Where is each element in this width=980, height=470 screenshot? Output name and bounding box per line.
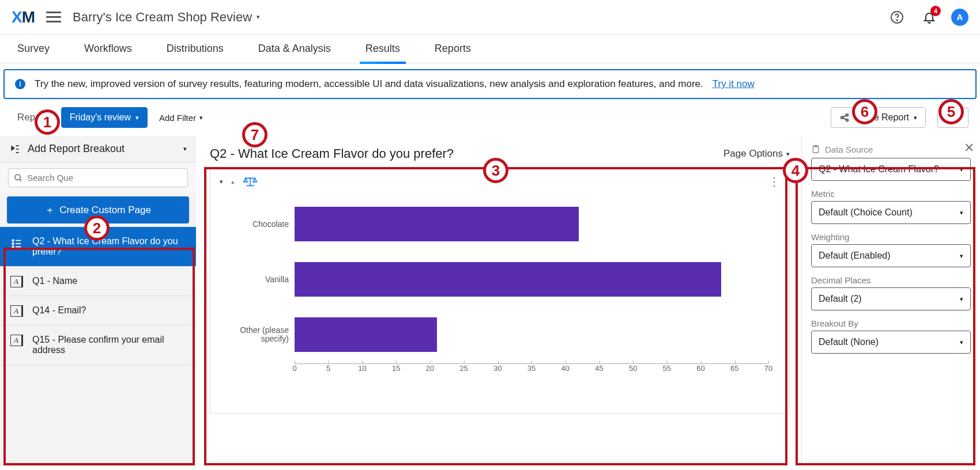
- add-report-breakout[interactable]: Add Report Breakout ▾: [0, 136, 196, 162]
- scale-icon[interactable]: [243, 175, 258, 188]
- text-question-icon: A: [10, 305, 23, 317]
- multiple-choice-icon: [10, 237, 23, 250]
- weighting-select[interactable]: Default (Enabled) ▾: [811, 244, 971, 267]
- close-icon[interactable]: ✕: [964, 141, 974, 156]
- question-list: Q2 - What Ice Cream Flavor do you prefer…: [0, 227, 196, 467]
- main-content: Q2 - What Ice Cream Flavor do you prefer…: [196, 136, 801, 467]
- metric-select[interactable]: Default (Choice Count) ▾: [811, 201, 971, 224]
- x-tick: 35: [527, 364, 536, 373]
- x-tick: 45: [595, 364, 603, 373]
- x-tick: 10: [358, 364, 366, 373]
- report-selector[interactable]: Friday's review ▾: [61, 107, 148, 128]
- x-tick: 25: [459, 364, 468, 373]
- bar: [295, 262, 721, 297]
- breakout-value: Default (None): [819, 337, 879, 347]
- chevron-down-icon: ▾: [135, 114, 139, 122]
- tab-distributions[interactable]: Distributions: [167, 35, 224, 63]
- settings-button[interactable]: ▾: [937, 107, 968, 128]
- tab-data-analysis[interactable]: Data & Analysis: [258, 35, 331, 63]
- svg-point-7: [12, 240, 14, 241]
- chevron-down-icon[interactable]: ▾: [220, 178, 223, 185]
- text-question-icon: A: [10, 335, 23, 346]
- top-bar: XM Barry's Ice Cream Shop Review ▾ 4 A: [0, 0, 980, 35]
- text-question-icon: A: [10, 276, 23, 287]
- weighting-label: Weighting: [811, 232, 971, 242]
- x-tick: 0: [292, 364, 296, 373]
- x-tick: 60: [696, 364, 704, 373]
- data-source-value: Q2 - What Ice Cream Flavor?: [819, 164, 939, 175]
- tab-survey[interactable]: Survey: [17, 35, 50, 63]
- tab-workflows[interactable]: Workflows: [84, 35, 132, 63]
- info-icon: i: [15, 79, 25, 89]
- search-input[interactable]: [8, 168, 188, 187]
- x-tick: 70: [764, 364, 772, 373]
- data-source-label: Data Source: [825, 145, 873, 154]
- sidebar-item-q15[interactable]: A Q15 - Please confirm your email addres…: [0, 325, 196, 365]
- tab-bar: Survey Workflows Distributions Data & An…: [0, 35, 980, 63]
- sidebar-item-label: Q1 - Name: [32, 276, 77, 286]
- sidebar-item-q2[interactable]: Q2 - What Ice Cream Flavor do you prefer…: [0, 227, 196, 267]
- kebab-menu-icon[interactable]: ⋮: [768, 175, 780, 188]
- share-report-button[interactable]: Share Report ▾: [831, 107, 926, 128]
- logo[interactable]: XM: [12, 8, 35, 26]
- avatar[interactable]: A: [951, 9, 968, 26]
- chevron-down-icon: ▾: [959, 114, 962, 122]
- sidebar-item-label: Q14 - Email?: [32, 305, 86, 315]
- data-source-select[interactable]: Q2 - What Ice Cream Flavor? ▾: [811, 158, 971, 181]
- chevron-down-icon: ▾: [960, 295, 963, 303]
- breakout-by-select[interactable]: Default (None) ▾: [811, 331, 971, 354]
- bar-chart: ChocolateVanillaOther (please specify) 0…: [220, 196, 780, 404]
- info-banner-text: Try the new, improved version of survey …: [35, 78, 703, 90]
- breakout-icon: [9, 143, 21, 155]
- decimal-label: Decimal Places: [811, 275, 971, 285]
- project-title-dropdown[interactable]: Barry's Ice Cream Shop Review ▾: [73, 10, 260, 25]
- sidebar-item-label: Q2 - What Ice Cream Flavor do you prefer…: [32, 236, 178, 256]
- x-tick: 65: [730, 364, 738, 373]
- search-icon: [14, 173, 23, 183]
- x-tick: 30: [493, 364, 502, 373]
- breakout-label: Add Report Breakout: [28, 143, 125, 155]
- bar-label: Vanilla: [220, 275, 289, 284]
- page-options-dropdown[interactable]: Page Options ▾: [723, 148, 790, 160]
- bar-label: Other (please specify): [220, 326, 289, 344]
- chevron-down-icon: ▾: [960, 166, 963, 173]
- metric-label: Metric: [811, 189, 971, 199]
- chevron-up-icon[interactable]: ▴: [231, 178, 235, 185]
- inspector-panel: ✕ Data Source Q2 - What Ice Cream Flavor…: [801, 136, 980, 467]
- svg-point-1: [896, 20, 898, 21]
- notifications-icon[interactable]: 4: [919, 7, 940, 28]
- decimal-value: Default (2): [819, 294, 862, 304]
- x-tick: 50: [629, 364, 637, 373]
- clipboard-icon: [811, 144, 820, 154]
- bar: [295, 317, 437, 352]
- sidebar-item-label: Q15 - Please confirm your email address: [32, 335, 164, 355]
- share-icon: [839, 112, 850, 123]
- report-toolbar: Report: Friday's review ▾ Add Filter ▾ S…: [0, 99, 980, 136]
- help-icon[interactable]: [887, 7, 907, 28]
- svg-point-8: [12, 243, 14, 245]
- chart-card[interactable]: ▾ ▴ ⋮ ChocolateVanillaOther (please spec…: [210, 168, 790, 414]
- info-banner: i Try the new, improved version of surve…: [3, 69, 977, 99]
- x-tick: 15: [392, 364, 400, 373]
- x-tick: 55: [663, 364, 671, 373]
- breakout-by-label: Breakout By: [811, 319, 971, 328]
- sidebar-item-q1[interactable]: A Q1 - Name: [0, 267, 196, 296]
- x-tick: 40: [561, 364, 569, 373]
- create-custom-page-button[interactable]: ＋ Create Custom Page: [7, 196, 189, 223]
- chevron-down-icon: ▾: [183, 145, 187, 153]
- decimal-select[interactable]: Default (2) ▾: [811, 287, 971, 310]
- add-filter-label: Add Filter: [159, 113, 196, 123]
- report-name: Friday's review: [70, 112, 131, 123]
- chevron-down-icon: ▾: [960, 339, 963, 346]
- bar: [295, 207, 579, 241]
- tab-results[interactable]: Results: [365, 35, 400, 63]
- project-title-label: Barry's Ice Cream Shop Review: [73, 10, 252, 25]
- tab-reports[interactable]: Reports: [435, 35, 471, 63]
- try-it-now-link[interactable]: Try it now: [713, 78, 755, 90]
- share-report-label: Share Report: [854, 112, 909, 123]
- sidebar-item-q14[interactable]: A Q14 - Email?: [0, 296, 196, 325]
- hamburger-icon[interactable]: [46, 12, 61, 22]
- svg-point-9: [12, 246, 14, 248]
- svg-point-6: [15, 175, 20, 180]
- add-filter-button[interactable]: Add Filter ▾: [159, 113, 203, 123]
